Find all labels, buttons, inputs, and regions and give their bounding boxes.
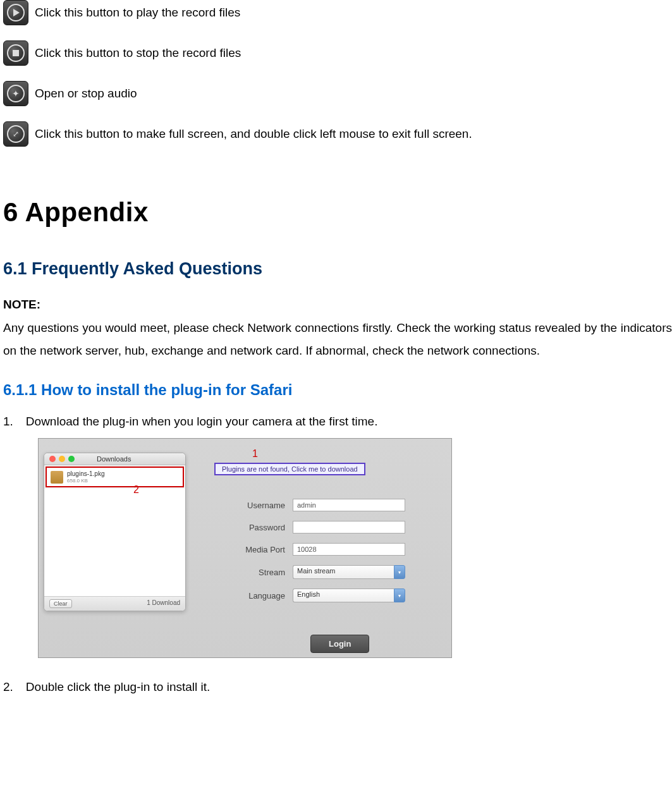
- heading-main: 6 Appendix: [0, 197, 672, 228]
- pkg-icon: [51, 471, 63, 484]
- play-icon[interactable]: [3, 0, 28, 25]
- minimize-icon[interactable]: [59, 456, 65, 462]
- icon-row-play: Click this button to play the record fil…: [0, 0, 672, 25]
- audio-icon[interactable]: ✦: [3, 81, 28, 106]
- icon-row-stop-text: Click this button to stop the record fil…: [35, 46, 241, 60]
- step-1-text: Download the plug-in when you login your…: [26, 415, 378, 429]
- username-input[interactable]: [293, 499, 405, 511]
- plugins-download-link[interactable]: Plugins are not found, Click me to downl…: [214, 463, 365, 475]
- stream-value: Main stream: [293, 565, 394, 579]
- username-label: Username: [228, 501, 285, 510]
- downloads-panel: Downloads plugins-1.pkg 658.0 KB Clear 1…: [44, 453, 186, 611]
- downloads-header: Downloads: [44, 453, 185, 465]
- step-2-text: Double click the plug-in to install it.: [26, 680, 210, 694]
- downloads-count: 1 Download: [147, 599, 180, 608]
- marker-1: 1: [252, 448, 258, 460]
- fullscreen-icon[interactable]: ⤢: [3, 121, 28, 147]
- step-2: 2. Double click the plug-in to install i…: [0, 680, 672, 694]
- marker-2: 2: [133, 484, 139, 496]
- icon-row-audio: ✦ Open or stop audio: [0, 81, 672, 106]
- download-item-name: plugins-1.pkg: [67, 470, 104, 478]
- icon-row-audio-text: Open or stop audio: [35, 87, 137, 101]
- language-value: English: [293, 589, 394, 602]
- screenshot-login: Downloads plugins-1.pkg 658.0 KB Clear 1…: [38, 438, 452, 658]
- stream-label: Stream: [228, 568, 285, 577]
- chevron-down-icon: ▾: [394, 589, 405, 602]
- login-button[interactable]: Login: [310, 635, 369, 653]
- password-label: Password: [228, 523, 285, 532]
- stream-select[interactable]: Main stream ▾: [293, 565, 405, 579]
- zoom-icon[interactable]: [68, 456, 75, 462]
- step-1-num: 1.: [3, 415, 13, 429]
- downloads-title: Downloads: [97, 455, 131, 463]
- icon-row-fullscreen-text: Click this button to make full screen, a…: [35, 127, 472, 141]
- icon-row-stop: Click this button to stop the record fil…: [0, 40, 672, 66]
- icon-row-fullscreen: ⤢ Click this button to make full screen,…: [0, 121, 672, 147]
- downloads-footer: Clear 1 Download: [44, 596, 185, 611]
- language-select[interactable]: English ▾: [293, 589, 405, 602]
- note-label: NOTE:: [0, 298, 672, 312]
- step-2-num: 2.: [3, 680, 13, 694]
- clear-button[interactable]: Clear: [49, 599, 72, 608]
- heading-sub: 6.1 Frequently Asked Questions: [0, 259, 672, 279]
- stop-icon[interactable]: [3, 40, 28, 66]
- language-label: Language: [228, 591, 285, 601]
- chevron-down-icon: ▾: [394, 565, 405, 579]
- mediaport-input[interactable]: [293, 543, 405, 556]
- download-item-size: 658.0 KB: [67, 478, 104, 484]
- password-input[interactable]: [293, 521, 405, 534]
- note-text: Any questions you would meet, please che…: [0, 317, 672, 362]
- mediaport-label: Media Port: [228, 545, 285, 554]
- step-1: 1. Download the plug-in when you login y…: [0, 415, 672, 429]
- icon-row-play-text: Click this button to play the record fil…: [35, 6, 240, 20]
- login-form: Username Password Media Port Stream Main…: [228, 499, 405, 612]
- close-icon[interactable]: [49, 456, 56, 462]
- heading-sub2: 6.1.1 How to install the plug-in for Saf…: [0, 381, 672, 399]
- download-item[interactable]: plugins-1.pkg 658.0 KB: [46, 467, 184, 487]
